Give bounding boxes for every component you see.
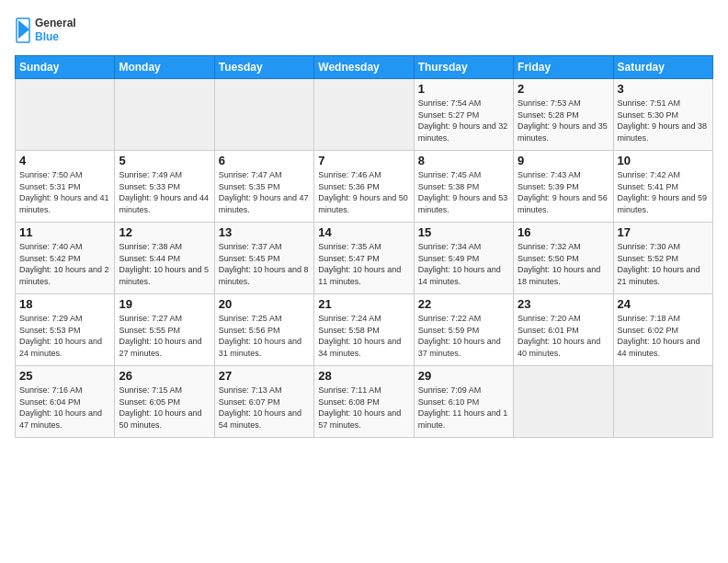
day-number: 1 <box>418 82 509 96</box>
main-container: General Blue SundayMondayTuesdayWednesda… <box>0 0 728 563</box>
day-number: 28 <box>318 369 409 383</box>
day-info: Sunrise: 7:37 AM Sunset: 5:45 PM Dayligh… <box>219 241 310 287</box>
day-info: Sunrise: 7:30 AM Sunset: 5:52 PM Dayligh… <box>618 241 709 287</box>
day-info: Sunrise: 7:18 AM Sunset: 6:02 PM Dayligh… <box>618 313 709 359</box>
day-info: Sunrise: 7:27 AM Sunset: 5:55 PM Dayligh… <box>119 313 210 359</box>
day-cell: 21Sunrise: 7:24 AM Sunset: 5:58 PM Dayli… <box>314 294 414 366</box>
day-info: Sunrise: 7:32 AM Sunset: 5:50 PM Dayligh… <box>518 241 609 287</box>
day-info: Sunrise: 7:51 AM Sunset: 5:30 PM Dayligh… <box>618 98 709 144</box>
day-number: 19 <box>119 297 210 311</box>
day-info: Sunrise: 7:29 AM Sunset: 5:53 PM Dayligh… <box>19 313 110 359</box>
day-cell: 20Sunrise: 7:25 AM Sunset: 5:56 PM Dayli… <box>214 294 313 366</box>
day-info: Sunrise: 7:40 AM Sunset: 5:42 PM Dayligh… <box>19 241 110 287</box>
day-cell: 15Sunrise: 7:34 AM Sunset: 5:49 PM Dayli… <box>414 223 513 294</box>
day-info: Sunrise: 7:13 AM Sunset: 6:07 PM Dayligh… <box>219 385 310 431</box>
day-cell: 28Sunrise: 7:11 AM Sunset: 6:08 PM Dayli… <box>314 366 414 438</box>
header-cell-thursday: Thursday <box>414 56 513 79</box>
day-info: Sunrise: 7:53 AM Sunset: 5:28 PM Dayligh… <box>518 98 609 144</box>
day-info: Sunrise: 7:45 AM Sunset: 5:38 PM Dayligh… <box>418 169 509 215</box>
day-cell: 2Sunrise: 7:53 AM Sunset: 5:28 PM Daylig… <box>514 79 613 151</box>
day-info: Sunrise: 7:09 AM Sunset: 6:10 PM Dayligh… <box>418 385 509 431</box>
day-cell <box>214 79 313 151</box>
day-number: 14 <box>318 225 409 239</box>
day-number: 27 <box>219 369 310 383</box>
day-cell: 26Sunrise: 7:15 AM Sunset: 6:05 PM Dayli… <box>115 366 214 438</box>
day-cell <box>613 366 712 438</box>
day-cell: 29Sunrise: 7:09 AM Sunset: 6:10 PM Dayli… <box>414 366 513 438</box>
logo-svg: General Blue <box>15 11 88 48</box>
day-info: Sunrise: 7:20 AM Sunset: 6:01 PM Dayligh… <box>518 313 609 359</box>
day-cell: 19Sunrise: 7:27 AM Sunset: 5:55 PM Dayli… <box>115 294 214 366</box>
day-cell <box>314 79 414 151</box>
day-info: Sunrise: 7:50 AM Sunset: 5:31 PM Dayligh… <box>19 169 110 215</box>
day-cell: 16Sunrise: 7:32 AM Sunset: 5:50 PM Dayli… <box>514 223 613 294</box>
day-cell: 4Sunrise: 7:50 AM Sunset: 5:31 PM Daylig… <box>16 151 115 223</box>
day-cell: 8Sunrise: 7:45 AM Sunset: 5:38 PM Daylig… <box>414 151 513 223</box>
day-info: Sunrise: 7:49 AM Sunset: 5:33 PM Dayligh… <box>119 169 210 215</box>
header-cell-friday: Friday <box>514 56 613 79</box>
header-cell-wednesday: Wednesday <box>314 56 414 79</box>
week-row-5: 25Sunrise: 7:16 AM Sunset: 6:04 PM Dayli… <box>16 366 713 438</box>
day-number: 8 <box>418 154 509 167</box>
day-cell: 7Sunrise: 7:46 AM Sunset: 5:36 PM Daylig… <box>314 151 414 223</box>
day-cell: 17Sunrise: 7:30 AM Sunset: 5:52 PM Dayli… <box>613 223 712 294</box>
day-info: Sunrise: 7:35 AM Sunset: 5:47 PM Dayligh… <box>318 241 409 287</box>
day-number: 29 <box>418 369 509 383</box>
day-number: 18 <box>19 297 110 311</box>
day-number: 20 <box>219 297 310 311</box>
day-number: 23 <box>518 297 609 311</box>
day-info: Sunrise: 7:15 AM Sunset: 6:05 PM Dayligh… <box>119 385 210 431</box>
day-cell: 25Sunrise: 7:16 AM Sunset: 6:04 PM Dayli… <box>16 366 115 438</box>
day-number: 12 <box>119 225 210 239</box>
week-row-1: 1Sunrise: 7:54 AM Sunset: 5:27 PM Daylig… <box>16 79 713 151</box>
day-number: 15 <box>418 225 509 239</box>
day-number: 5 <box>119 154 210 167</box>
day-cell <box>115 79 214 151</box>
week-row-4: 18Sunrise: 7:29 AM Sunset: 5:53 PM Dayli… <box>16 294 713 366</box>
day-cell: 18Sunrise: 7:29 AM Sunset: 5:53 PM Dayli… <box>16 294 115 366</box>
day-info: Sunrise: 7:11 AM Sunset: 6:08 PM Dayligh… <box>318 385 409 431</box>
calendar-header: SundayMondayTuesdayWednesdayThursdayFrid… <box>16 56 713 79</box>
day-info: Sunrise: 7:16 AM Sunset: 6:04 PM Dayligh… <box>19 385 110 431</box>
day-number: 7 <box>318 154 409 167</box>
header-row: SundayMondayTuesdayWednesdayThursdayFrid… <box>16 56 713 79</box>
day-number: 17 <box>618 225 709 239</box>
day-cell: 5Sunrise: 7:49 AM Sunset: 5:33 PM Daylig… <box>115 151 214 223</box>
calendar-table: SundayMondayTuesdayWednesdayThursdayFrid… <box>15 55 713 438</box>
day-cell: 23Sunrise: 7:20 AM Sunset: 6:01 PM Dayli… <box>514 294 613 366</box>
calendar-body: 1Sunrise: 7:54 AM Sunset: 5:27 PM Daylig… <box>16 79 713 438</box>
day-cell <box>16 79 115 151</box>
week-row-3: 11Sunrise: 7:40 AM Sunset: 5:42 PM Dayli… <box>16 223 713 294</box>
day-info: Sunrise: 7:42 AM Sunset: 5:41 PM Dayligh… <box>618 169 709 215</box>
day-info: Sunrise: 7:22 AM Sunset: 5:59 PM Dayligh… <box>418 313 509 359</box>
day-info: Sunrise: 7:47 AM Sunset: 5:35 PM Dayligh… <box>219 169 310 215</box>
day-number: 26 <box>119 369 210 383</box>
day-cell: 24Sunrise: 7:18 AM Sunset: 6:02 PM Dayli… <box>613 294 712 366</box>
day-info: Sunrise: 7:38 AM Sunset: 5:44 PM Dayligh… <box>119 241 210 287</box>
day-info: Sunrise: 7:43 AM Sunset: 5:39 PM Dayligh… <box>518 169 609 215</box>
header-cell-saturday: Saturday <box>613 56 712 79</box>
day-info: Sunrise: 7:34 AM Sunset: 5:49 PM Dayligh… <box>418 241 509 287</box>
header-cell-sunday: Sunday <box>16 56 115 79</box>
day-cell: 10Sunrise: 7:42 AM Sunset: 5:41 PM Dayli… <box>613 151 712 223</box>
day-cell: 1Sunrise: 7:54 AM Sunset: 5:27 PM Daylig… <box>414 79 513 151</box>
day-cell: 22Sunrise: 7:22 AM Sunset: 5:59 PM Dayli… <box>414 294 513 366</box>
day-number: 24 <box>618 297 709 311</box>
svg-text:General: General <box>35 17 76 29</box>
header: General Blue <box>15 11 713 48</box>
day-number: 9 <box>518 154 609 167</box>
day-number: 4 <box>19 154 110 167</box>
day-cell: 27Sunrise: 7:13 AM Sunset: 6:07 PM Dayli… <box>214 366 313 438</box>
svg-text:Blue: Blue <box>35 30 59 43</box>
day-info: Sunrise: 7:46 AM Sunset: 5:36 PM Dayligh… <box>318 169 409 215</box>
day-cell <box>514 366 613 438</box>
day-number: 22 <box>418 297 509 311</box>
day-number: 16 <box>518 225 609 239</box>
day-number: 21 <box>318 297 409 311</box>
day-cell: 14Sunrise: 7:35 AM Sunset: 5:47 PM Dayli… <box>314 223 414 294</box>
day-number: 6 <box>219 154 310 167</box>
header-cell-monday: Monday <box>115 56 214 79</box>
day-number: 2 <box>518 82 609 96</box>
day-info: Sunrise: 7:54 AM Sunset: 5:27 PM Dayligh… <box>418 98 509 144</box>
day-number: 11 <box>19 225 110 239</box>
